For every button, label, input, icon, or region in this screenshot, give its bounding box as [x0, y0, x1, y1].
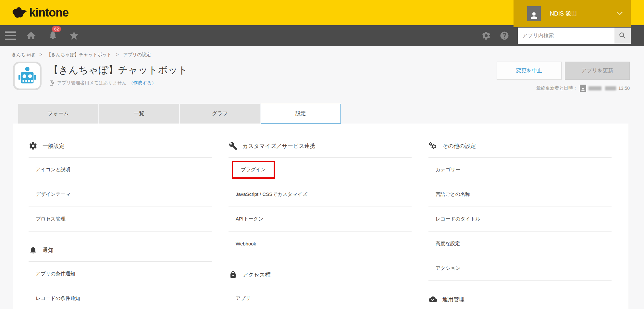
redacted-user-name [588, 86, 601, 90]
settings-item-action[interactable]: アクション [428, 256, 612, 281]
section-notifications: 通知 [29, 243, 212, 257]
section-operations-management: 運用管理 [428, 292, 612, 307]
app-tabs: フォーム 一覧 グラフ 設定 [18, 104, 644, 124]
breadcrumb-separator: > [116, 52, 118, 57]
settings-item-advanced[interactable]: 高度な設定 [428, 232, 612, 256]
wrench-icon [229, 142, 238, 150]
search-icon [618, 31, 627, 40]
kintone-logo[interactable]: kintone [11, 6, 68, 20]
gear-icon [29, 141, 38, 150]
section-permissions: アクセス権 [229, 267, 412, 282]
lock-icon [229, 270, 238, 279]
settings-item-design-theme[interactable]: デザインテーマ [29, 182, 212, 207]
hamburger-menu-icon[interactable] [5, 31, 16, 40]
search-input[interactable] [518, 28, 614, 44]
person-icon [581, 87, 585, 92]
settings-item-app-notifications[interactable]: アプリの条件通知 [29, 262, 212, 286]
section-other-settings: その他の設定 [428, 138, 612, 153]
memo-text: アプリ管理者用メモはありません [57, 80, 127, 86]
section-general-settings: 一般設定 [29, 138, 212, 153]
top-header: kintone NDIS 飯田 [0, 0, 644, 25]
section-customize-integration: カスタマイズ／サービス連携 [229, 138, 412, 153]
user-menu[interactable]: NDIS 飯田 [514, 0, 631, 27]
help-icon[interactable] [500, 31, 509, 41]
last-updated-time: 13:50 [618, 86, 630, 91]
app-title-row: 【きんちゃぼ】チャットボット アプリ管理者用メモはありません （作成する） 変更… [13, 62, 630, 94]
breadcrumb-space[interactable]: きんちゃぼ [12, 52, 35, 57]
kintone-logo-icon [11, 6, 28, 20]
update-app-button[interactable]: アプリを更新 [565, 62, 630, 80]
settings-gear-icon[interactable] [481, 31, 491, 41]
settings-item-icon-description[interactable]: アイコンと説明 [29, 158, 212, 182]
search-button[interactable] [614, 28, 631, 44]
settings-item-category[interactable]: カテゴリー [428, 158, 612, 182]
settings-item-record-notifications[interactable]: レコードの条件通知 [29, 286, 212, 309]
favorites-star-icon[interactable] [69, 30, 79, 41]
cloud-check-icon [428, 295, 438, 303]
memo-icon [49, 80, 55, 86]
settings-column-3: その他の設定 カテゴリー 言語ごとの名称 レコードのタイトル 高度な設定 アクシ… [428, 138, 612, 309]
last-updated-label: 最終更新者と日時： [537, 85, 577, 91]
notification-count-badge: 62 [52, 26, 61, 32]
settings-item-record-title[interactable]: レコードのタイトル [428, 207, 612, 232]
user-avatar [527, 6, 541, 21]
logo-text: kintone [29, 6, 68, 19]
notifications-bell[interactable]: 62 [48, 30, 58, 42]
last-updated-row: 最終更新者と日時： 13:50 [537, 85, 630, 92]
tab-settings[interactable]: 設定 [261, 104, 341, 124]
chevron-down-icon [616, 11, 623, 17]
home-icon[interactable] [26, 30, 36, 41]
navbar: 62 [0, 25, 644, 46]
settings-panel: 一般設定 アイコンと説明 デザインテーマ プロセス管理 通知 アプリの条件通知 … [13, 124, 628, 309]
create-memo-link[interactable]: （作成する） [129, 80, 156, 86]
settings-item-plugins[interactable]: プラグイン [229, 158, 412, 182]
breadcrumb: きんちゃぼ > 【きんちゃぼ】チャットボット > アプリの設定 [12, 52, 644, 58]
user-name: NDIS 飯田 [550, 10, 577, 18]
breadcrumb-app[interactable]: 【きんちゃぼ】チャットボット [47, 52, 112, 57]
settings-item-app-permissions[interactable]: アプリ [229, 286, 412, 309]
tab-graph[interactable]: グラフ [180, 104, 260, 124]
red-highlight-box: プラグイン [232, 161, 275, 179]
app-robot-icon [13, 62, 42, 90]
page-title: 【きんちゃぼ】チャットボット [49, 64, 188, 77]
settings-item-js-css-customize[interactable]: JavaScript / CSSでカスタマイズ [229, 182, 412, 207]
updater-avatar [580, 85, 586, 92]
settings-item-process-management[interactable]: プロセス管理 [29, 207, 212, 232]
redacted-user-name [605, 86, 616, 90]
settings-item-localization[interactable]: 言語ごとの名称 [428, 182, 612, 207]
tab-list[interactable]: 一覧 [99, 104, 179, 124]
settings-item-webhook[interactable]: Webhook [229, 232, 412, 256]
app-search [518, 28, 631, 44]
gears-icon [428, 141, 438, 151]
breadcrumb-current: アプリの設定 [123, 52, 151, 57]
settings-column-1: 一般設定 アイコンと説明 デザインテーマ プロセス管理 通知 アプリの条件通知 … [29, 138, 212, 309]
settings-column-2: カスタマイズ／サービス連携 プラグイン JavaScript / CSSでカスタ… [229, 138, 412, 309]
settings-item-api-token[interactable]: APIトークン [229, 207, 412, 232]
robot-icon [17, 66, 37, 86]
breadcrumb-separator: > [40, 52, 42, 57]
cancel-changes-button[interactable]: 変更を中止 [497, 62, 562, 80]
bell-icon [29, 245, 38, 255]
tab-form[interactable]: フォーム [18, 104, 98, 124]
person-icon [529, 10, 539, 21]
